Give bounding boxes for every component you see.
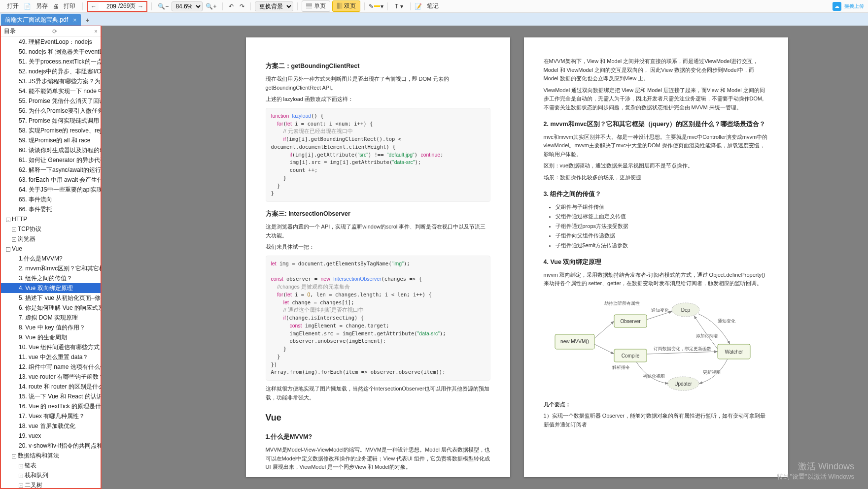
zoom-in-icon[interactable]: 🔍+ [204, 2, 218, 11]
upload-hint: 拖拽上传 [844, 3, 864, 10]
toc-item[interactable]: 54. 能不能简单实现一下 node 中回调 [1, 86, 101, 96]
paragraph: mvvm 双向绑定，采用数据劫持结合发布者-订阅者模式的方式，通过 Object… [544, 271, 768, 288]
toc-item[interactable]: 52. nodejs中的异步、非阻塞I/O是如 [1, 66, 101, 76]
toc-item[interactable]: +链表 [1, 460, 101, 470]
zoom-controls: 🔍− 84.6% 🔍+ [156, 1, 218, 11]
undo-icon[interactable]: ↶ [227, 2, 236, 11]
saveas-icon[interactable]: 📄 [24, 3, 31, 10]
toc-item[interactable]: +栈和队列 [1, 470, 101, 480]
toc-item[interactable]: 51. 关于process.nextTick的一点说明 [1, 57, 101, 66]
toc-item[interactable]: 18. vue 首屏加载优化 [1, 421, 101, 431]
toc-item[interactable]: 60. 谈谈你对生成器以及协程的理解 [1, 145, 101, 155]
toc-item[interactable]: 49. 理解EventLoop：nodejs [1, 37, 101, 47]
toc-item[interactable]: 16. Vue 的 nextTick 的原理是什么？ [1, 401, 101, 411]
paragraph: 这样就很方便地实现了图片懒加载，当然这个IntersectionObserver… [266, 385, 490, 402]
toc-item[interactable]: 2. mvvm和mvc区别？它和其它框架 [1, 263, 101, 273]
prev-page-arrow[interactable]: ← [91, 3, 97, 10]
heading: 4. Vue 双向绑定原理 [544, 257, 768, 267]
paragraph: 区别：vue数据驱动，通过数据来显示视图层而不是节点操作。 [544, 162, 768, 170]
code-block: let img = document.getElementsByTagName(… [266, 256, 490, 381]
sidebar-close-icon[interactable]: × [94, 28, 98, 35]
svg-text:添加订阅者: 添加订阅者 [696, 333, 718, 338]
toc-item[interactable]: 14. route 和 router 的区别是什么？ [1, 382, 101, 391]
toc-item[interactable]: 61. 如何让 Generator 的异步代码按排 [1, 155, 101, 165]
toc-item[interactable]: 13. vue-router 有哪些钩子函数？ [1, 372, 101, 382]
toc-item[interactable]: -Vue [1, 244, 101, 254]
toc-item[interactable]: 55. Promise 凭借什么消灭了回调地狱 [1, 96, 101, 106]
toc-item[interactable]: 3. 组件之间的传值？ [1, 273, 101, 283]
toc-item[interactable]: +浏览器 [1, 234, 101, 244]
file-tab[interactable]: 前端大厂面试题宝典.pdf × [1, 14, 81, 26]
code-block: function lazyload() { for(let i = count;… [266, 108, 490, 202]
text-tool[interactable]: T ▾ [392, 2, 406, 11]
toc-item[interactable]: 1.什么是MVVM? [1, 254, 101, 263]
svg-text:劫持监听所有属性: 劫持监听所有属性 [604, 301, 640, 306]
add-tab-button[interactable]: + [82, 15, 93, 26]
toc-item[interactable]: 58. 实现Promise的 resolve、reject 方 [1, 126, 101, 135]
heading: 方案三: IntersectionObserver [266, 209, 490, 219]
toc-item[interactable]: 63. forEach 中用 await 会产生什么问 [1, 175, 101, 185]
paragraph: 我们来具体试一把： [266, 243, 490, 252]
toc-item[interactable]: 66. 事件委托 [1, 204, 101, 214]
paragraph: 现在我们用另外一种方式来判断图片是否出现在了当前视口，即 DOM 元素的 get… [266, 75, 490, 92]
cloud-icon[interactable]: ☁ [833, 2, 841, 11]
toc-item[interactable]: +二叉树 [1, 480, 101, 488]
page-navigator: ← /269页 → [87, 1, 147, 12]
zoom-select[interactable]: 84.6% [172, 1, 203, 11]
toc-item[interactable]: 15. 说一下 Vue 和 React 的认识，做 [1, 391, 101, 401]
toc-item[interactable]: 53. JS异步编程有哪些方案？为什么会 [1, 76, 101, 86]
redo-icon[interactable]: ↷ [238, 2, 246, 11]
toc-item[interactable]: -HTTP [1, 214, 101, 224]
paragraph: ViewModel 通过双向数据绑定把 View 层和 Model 层连接了起来… [544, 86, 768, 112]
close-tab-icon[interactable]: × [73, 16, 77, 24]
toc-item[interactable]: 11. vue 中怎么重置 data？ [1, 352, 101, 362]
toc-item[interactable]: 17. Vuex 有哪几种属性？ [1, 411, 101, 421]
toc-item[interactable]: 8. Vue 中 key 值的作用？ [1, 323, 101, 332]
note-icon[interactable]: 📝 [415, 3, 422, 10]
document-viewport[interactable]: 方案二：getBoundingClientRect 现在我们用另外一种方式来判断… [102, 26, 868, 489]
list-item: 子组件向父组件传递数据 [556, 231, 768, 240]
toc-item[interactable]: 57. Promise 如何实现链式调用？ [1, 116, 101, 126]
toc-item[interactable]: +数据结构和算法 [1, 451, 101, 460]
paragraph: MVVM是Model-View-ViewModel的缩写。MVVM是一种设计思想… [266, 446, 490, 472]
toc-item[interactable]: 10. Vue 组件间通信有哪些方式？ [1, 342, 101, 352]
toc-item[interactable]: 20. v-show和v-if指令的共同点和不同 [1, 441, 101, 451]
list-item: 子组件通过props方法接受数据 [556, 222, 768, 231]
single-page-button[interactable]: ▤ 单页 [302, 0, 330, 12]
double-page-button[interactable]: ▥ 双页 [332, 0, 360, 12]
next-page-arrow[interactable]: → [138, 3, 143, 10]
toc-item[interactable]: 4. Vue 双向绑定原理 [1, 283, 101, 293]
highlight-color[interactable]: ✎▾ [369, 3, 383, 10]
toc-list[interactable]: 49. 理解EventLoop：nodejs50. nodejs 和 浏览器关于… [1, 37, 101, 488]
mvvm-diagram: new MVVM() Observer Compile Dep Watcher … [550, 295, 762, 393]
toc-item[interactable]: +TCP协议 [1, 224, 101, 234]
print-button[interactable]: 打印 [61, 1, 78, 11]
toc-item[interactable]: 56. 为什么Promise要引入微任务？ [1, 106, 101, 116]
paragraph: 在MVVM架构下，View 和 Model 之间并没有直接的联系，而是通过Vie… [544, 57, 768, 83]
note-button[interactable]: 笔记 [424, 1, 442, 11]
toc-item[interactable]: 19. vuex [1, 431, 101, 441]
toc-item[interactable]: 5. 描述下 vue 从初始化页面–修改数 [1, 293, 101, 303]
paragraph: 场景：数据操作比较多的场景，更加便捷 [544, 173, 768, 182]
toc-item[interactable]: 64. 关于JS中一些重要的api实现 [1, 185, 101, 195]
paragraph: 上述的 lazyload 函数改成下面这样： [266, 95, 490, 104]
toc-item[interactable]: 12. 组件中写 name 选项有什么作用？ [1, 362, 101, 372]
windows-watermark: 激活 Windows 转到"设置"以激活 Windows [777, 460, 854, 481]
toc-item[interactable]: 59. 现Promise的 all 和 race [1, 135, 101, 145]
background-select[interactable]: 更换背景 [255, 1, 293, 11]
svg-text:Compile: Compile [621, 353, 639, 359]
sidebar-reload-icon[interactable]: ⟳ [52, 28, 57, 35]
toc-item[interactable]: 7. 虚拟 DOM 实现原理 [1, 313, 101, 323]
paragraph: 几个要点： [544, 400, 768, 409]
toc-item[interactable]: 65. 事件流向 [1, 195, 101, 204]
heading: Vue [266, 411, 490, 425]
print-icon[interactable]: 🖨 [53, 3, 59, 10]
toc-item[interactable]: 6. 你是如何理解 Vue 的响应式系统的 [1, 303, 101, 313]
open-button[interactable]: 打开 [4, 1, 22, 11]
toc-item[interactable]: 9. Vue 的生命周期 [1, 332, 101, 342]
toc-item[interactable]: 50. nodejs 和 浏览器关于eventLoop [1, 47, 101, 57]
page-input[interactable] [99, 3, 116, 10]
zoom-out-icon[interactable]: 🔍− [156, 2, 171, 11]
toc-item[interactable]: 62. 解释一下async/await的运行机制。 [1, 165, 101, 175]
saveas-button[interactable]: 另存 [33, 1, 51, 11]
